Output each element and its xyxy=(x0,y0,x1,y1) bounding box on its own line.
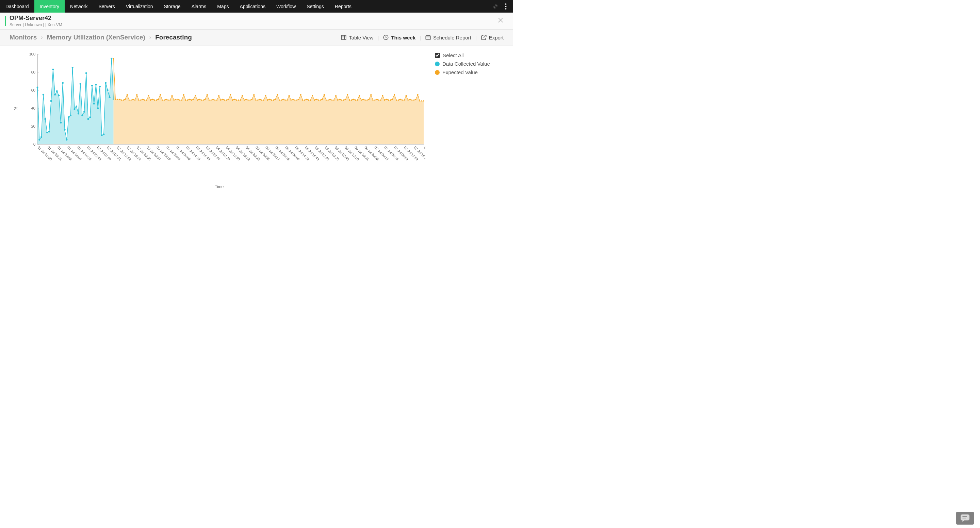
nav-settings[interactable]: Settings xyxy=(301,0,329,13)
svg-point-45 xyxy=(70,115,72,116)
svg-point-60 xyxy=(99,86,101,87)
svg-point-168 xyxy=(308,99,309,101)
svg-text:100: 100 xyxy=(29,52,35,56)
svg-point-118 xyxy=(210,99,212,101)
svg-point-53 xyxy=(86,72,87,74)
svg-point-159 xyxy=(290,99,292,101)
svg-point-174 xyxy=(320,99,321,101)
svg-point-194 xyxy=(359,95,360,96)
table-view-label: Table View xyxy=(349,35,373,40)
svg-point-127 xyxy=(228,99,229,100)
svg-point-83 xyxy=(142,99,143,100)
legend-select-all[interactable]: Select All xyxy=(435,52,503,58)
svg-point-99 xyxy=(173,99,175,101)
svg-point-220 xyxy=(409,99,411,100)
svg-point-128 xyxy=(230,94,231,95)
table-view-button[interactable]: Table View xyxy=(340,34,373,40)
svg-point-93 xyxy=(162,99,163,101)
svg-point-101 xyxy=(177,99,179,100)
svg-point-225 xyxy=(419,100,421,102)
crumb-forecasting: Forecasting xyxy=(155,34,192,41)
nav-workflow[interactable]: Workflow xyxy=(271,0,301,13)
svg-point-30 xyxy=(40,136,42,138)
svg-point-180 xyxy=(331,99,333,101)
close-button[interactable] xyxy=(493,15,508,27)
svg-point-78 xyxy=(132,99,134,100)
nav-storage[interactable]: Storage xyxy=(159,0,186,13)
svg-point-183 xyxy=(337,99,339,101)
svg-point-92 xyxy=(159,94,161,95)
svg-point-154 xyxy=(281,99,282,101)
svg-point-198 xyxy=(366,99,368,101)
svg-point-166 xyxy=(304,99,305,101)
nav-alarms[interactable]: Alarms xyxy=(186,0,212,13)
svg-point-29 xyxy=(38,139,40,140)
legend-label: Expected Value xyxy=(442,69,478,75)
svg-point-106 xyxy=(187,99,189,101)
svg-point-173 xyxy=(318,99,319,101)
svg-point-222 xyxy=(414,99,415,101)
svg-point-90 xyxy=(156,99,157,101)
svg-point-211 xyxy=(392,99,393,100)
svg-point-138 xyxy=(250,99,251,101)
svg-point-38 xyxy=(56,90,58,92)
svg-point-149 xyxy=(271,99,272,101)
svg-point-136 xyxy=(246,99,247,100)
svg-point-216 xyxy=(401,99,403,101)
svg-point-49 xyxy=(78,113,79,114)
select-all-checkbox[interactable] xyxy=(435,53,440,58)
svg-point-1 xyxy=(505,6,506,7)
svg-point-65 xyxy=(109,97,111,98)
svg-point-202 xyxy=(374,99,375,101)
schedule-report-button[interactable]: Schedule Report xyxy=(425,34,471,40)
svg-point-87 xyxy=(150,99,151,101)
export-icon xyxy=(481,34,487,40)
svg-point-97 xyxy=(169,99,171,101)
svg-point-191 xyxy=(353,99,354,100)
svg-point-217 xyxy=(404,99,405,101)
svg-point-84 xyxy=(144,99,145,101)
svg-point-82 xyxy=(140,99,142,101)
more-icon[interactable] xyxy=(502,3,509,10)
nav-network[interactable]: Network xyxy=(65,0,93,13)
svg-point-155 xyxy=(282,99,284,100)
svg-point-177 xyxy=(326,99,327,101)
svg-point-163 xyxy=(298,99,299,100)
nav-servers[interactable]: Servers xyxy=(93,0,120,13)
nav-applications[interactable]: Applications xyxy=(234,0,271,13)
svg-point-178 xyxy=(327,99,329,101)
nav-virtualization[interactable]: Virtualization xyxy=(121,0,159,13)
svg-point-122 xyxy=(218,95,220,96)
svg-point-71 xyxy=(119,99,120,100)
svg-point-146 xyxy=(265,95,266,96)
svg-point-48 xyxy=(76,105,77,107)
svg-point-102 xyxy=(179,99,181,101)
nav-maps[interactable]: Maps xyxy=(212,0,234,13)
crumb-monitors[interactable]: Monitors xyxy=(10,34,37,41)
crumb-memory[interactable]: Memory Utilization (XenService) xyxy=(47,34,145,41)
svg-point-179 xyxy=(329,99,331,100)
nav-reports[interactable]: Reports xyxy=(329,0,357,13)
svg-point-157 xyxy=(286,99,288,101)
svg-point-188 xyxy=(347,94,348,95)
time-range-button[interactable]: This week xyxy=(383,34,415,40)
minimize-icon[interactable] xyxy=(492,3,499,10)
legend-data-collected[interactable]: Data Collected Value xyxy=(435,61,503,67)
nav-controls xyxy=(492,3,513,10)
svg-point-103 xyxy=(181,99,182,101)
svg-point-89 xyxy=(154,99,155,101)
svg-point-124 xyxy=(222,99,224,100)
svg-point-206 xyxy=(382,95,383,96)
svg-point-108 xyxy=(191,99,192,101)
svg-point-79 xyxy=(134,99,136,101)
export-label: Export xyxy=(489,35,504,40)
nav-dashboard[interactable]: Dashboard xyxy=(0,0,34,13)
svg-point-56 xyxy=(91,85,93,86)
export-button[interactable]: Export xyxy=(481,34,504,40)
svg-point-158 xyxy=(288,95,290,96)
svg-point-201 xyxy=(372,99,374,101)
legend-expected[interactable]: Expected Value xyxy=(435,69,503,75)
svg-point-31 xyxy=(43,94,44,95)
chevron-right-icon: › xyxy=(41,34,43,40)
nav-inventory[interactable]: Inventory xyxy=(34,0,65,13)
